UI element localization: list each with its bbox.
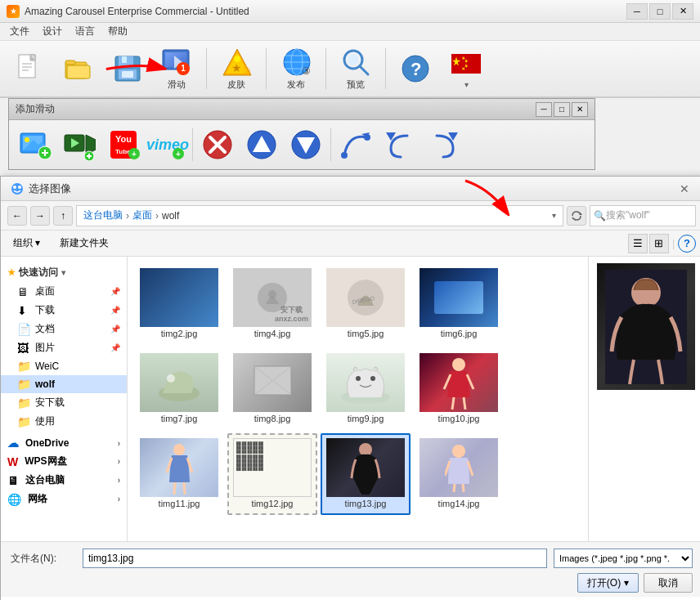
path-part-2[interactable]: wolf: [162, 210, 179, 222]
up-button[interactable]: ↑: [53, 206, 73, 226]
path-part-1[interactable]: 桌面: [132, 208, 152, 222]
sidebar-item-use[interactable]: 📁 使用: [1, 412, 127, 431]
refresh-button[interactable]: [567, 206, 586, 226]
slide-button[interactable]: 1 滑动: [154, 44, 200, 93]
file-item-timg14[interactable]: timg14.jpg: [414, 433, 504, 515]
add-video-button[interactable]: [60, 124, 99, 165]
undo-button[interactable]: [380, 124, 420, 165]
filename-row: 文件名(N): Images (*.jpeg *.jpg *.png *.: [11, 549, 693, 568]
add-image-button[interactable]: [16, 124, 55, 165]
help-button[interactable]: ?: [393, 44, 438, 93]
organize-button[interactable]: 组织 ▾: [7, 234, 46, 253]
file-item-timg2[interactable]: timg2.jpg: [134, 263, 224, 345]
sidebar-item-wolf[interactable]: 📁 wolf: [1, 375, 127, 393]
open-dropdown-arrow[interactable]: ▾: [624, 577, 629, 589]
path-dropdown[interactable]: ▾: [552, 211, 556, 220]
app-window: ★ Amazing Carousel Enterprise Commercial…: [0, 0, 700, 600]
filename-input[interactable]: [83, 549, 547, 568]
menu-file[interactable]: 文件: [3, 23, 36, 40]
address-bar: ← → ↑ 这台电脑 › 桌面 › wolf ▾ 🔍: [1, 201, 700, 231]
separator-1: [206, 48, 207, 89]
preview-button[interactable]: 预览: [333, 44, 379, 93]
file-item-timg10[interactable]: timg10.jpg: [414, 348, 504, 430]
vimeo-button[interactable]: vimeo +: [148, 124, 187, 165]
pictures-icon: 🖼: [17, 342, 32, 355]
sub-sep-2: [330, 128, 331, 161]
sidebar-item-pictures[interactable]: 🖼 图片 📌: [1, 338, 127, 357]
file-item-timg11[interactable]: timg11.jpg: [134, 433, 224, 515]
menu-bar: 文件 设计 语言 帮助: [0, 23, 700, 41]
wolf-folder-icon: 📁: [17, 378, 32, 391]
view-grid-button[interactable]: ⊞: [649, 234, 669, 253]
file-item-timg6[interactable]: timg6.jpg: [414, 263, 504, 345]
file-item-timg12[interactable]: ██ ██ ██ ██ ██ ██ ██ ██ ██ ██ ██ ██ ██ █…: [227, 433, 317, 515]
svg-point-63: [11, 183, 23, 195]
svg-point-89: [359, 443, 372, 456]
minimize-button[interactable]: ─: [626, 3, 648, 20]
filetype-select[interactable]: Images (*.jpeg *.jpg *.png *.: [554, 549, 693, 568]
new-file-button[interactable]: [7, 44, 52, 93]
weic-folder-icon: 📁: [17, 360, 32, 373]
sidebar-item-desktop[interactable]: 🖥 桌面 📌: [1, 282, 127, 301]
file-item-timg9[interactable]: timg9.jpg: [321, 348, 411, 430]
file-item-timg13[interactable]: timg13.jpg: [321, 433, 411, 515]
address-path[interactable]: 这台电脑 › 桌面 › wolf ▾: [76, 205, 563, 226]
sidebar-quick-access-header[interactable]: ★ 快速访问 ▾: [1, 263, 127, 282]
label-timg2: timg2.jpg: [161, 329, 198, 338]
cancel-button[interactable]: 取消: [644, 573, 693, 593]
forward-button[interactable]: →: [30, 206, 50, 226]
delete-button[interactable]: [198, 124, 237, 165]
close-button[interactable]: ✕: [672, 3, 693, 20]
dialog-close-button[interactable]: ✕: [676, 181, 693, 197]
menu-language[interactable]: 语言: [69, 23, 101, 40]
search-box[interactable]: 🔍: [590, 205, 696, 226]
skin-button[interactable]: ★ ② 皮肤: [213, 44, 259, 93]
sidebar-item-docs[interactable]: 📄 文档 📌: [1, 320, 127, 338]
move-up-button[interactable]: [242, 124, 281, 165]
app-title: Amazing Carousel Enterprise Commercial -…: [25, 6, 249, 17]
redo-button[interactable]: [424, 124, 464, 165]
open-label: 打开(O): [587, 576, 621, 590]
svg-point-79: [452, 358, 465, 371]
view-list-button[interactable]: ☰: [628, 234, 648, 253]
sidebar-item-wps[interactable]: W WPS网盘 ›: [1, 452, 127, 471]
svg-line-82: [452, 397, 454, 410]
sidebar-item-anzaizai[interactable]: 📁 安下载: [1, 393, 127, 412]
save-button[interactable]: [105, 44, 150, 93]
dialog-help-button[interactable]: ?: [678, 235, 696, 253]
open-button[interactable]: 打开(O) ▾: [577, 573, 639, 593]
sidebar-item-downloads[interactable]: ⬇ 下载 📌: [1, 301, 127, 320]
menu-help[interactable]: 帮助: [101, 23, 134, 40]
sub-window-title-text: 添加滑动: [16, 102, 55, 116]
sub-window-minimize[interactable]: ─: [536, 102, 552, 117]
move-down-button[interactable]: [286, 124, 325, 165]
path-part-0[interactable]: 这台电脑: [83, 208, 123, 222]
curve-button[interactable]: [336, 124, 375, 165]
file-item-timg7[interactable]: timg7.jpg: [134, 348, 224, 430]
new-file-icon: [15, 54, 44, 83]
sub-window-maximize[interactable]: □: [554, 102, 570, 117]
use-folder-icon: 📁: [17, 415, 32, 428]
svg-text:★: ★: [231, 61, 242, 74]
sub-window: 添加滑动 ─ □ ✕: [8, 98, 595, 170]
file-item-timg5[interactable]: DIREGO timg5.jpg: [321, 263, 411, 345]
publish-button[interactable]: ③ 发布: [273, 44, 319, 93]
sidebar-item-network[interactable]: 🌐 网络 ›: [1, 490, 127, 508]
sidebar-item-thispc[interactable]: 🖥 这台电脑 ›: [1, 471, 127, 490]
new-folder-button[interactable]: 新建文件夹: [52, 234, 116, 253]
pictures-label: 图片: [35, 341, 55, 355]
menu-design[interactable]: 设计: [36, 23, 69, 40]
sidebar-item-weic[interactable]: 📁 WeiC: [1, 357, 127, 375]
open-file-button[interactable]: [56, 44, 101, 93]
youtube-button[interactable]: You Tube +: [104, 124, 143, 165]
search-input[interactable]: [606, 210, 692, 222]
sidebar-item-onedrive[interactable]: ☁ OneDrive ›: [1, 434, 127, 452]
file-item-timg4[interactable]: 安下载anxz.com timg4.jpg: [227, 263, 317, 345]
language-button[interactable]: ▾: [442, 44, 491, 93]
label-timg9: timg9.jpg: [348, 414, 384, 423]
file-item-timg8[interactable]: timg8.jpg: [227, 348, 317, 430]
separator-3: [325, 48, 326, 89]
back-button[interactable]: ←: [7, 206, 27, 226]
restore-button[interactable]: □: [649, 3, 671, 20]
sub-window-close[interactable]: ✕: [572, 102, 588, 117]
